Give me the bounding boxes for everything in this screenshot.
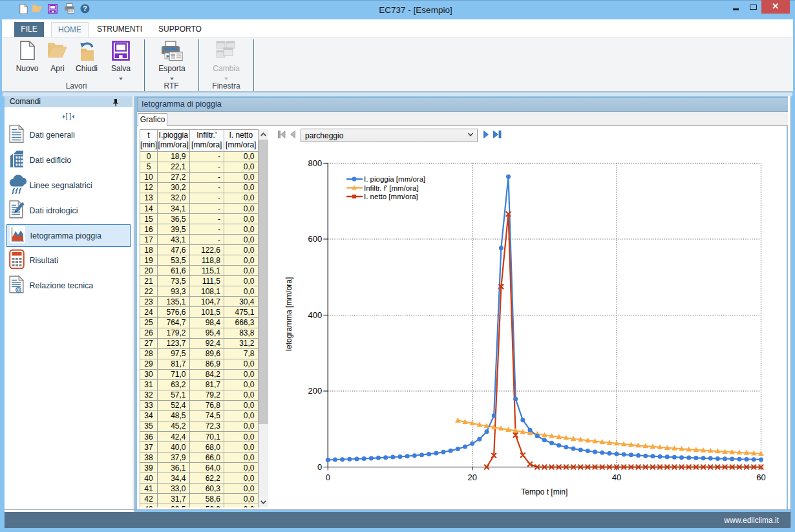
svg-text:0: 0 xyxy=(326,473,330,482)
svg-text:Infiltr. f' [mm/ora]: Infiltr. f' [mm/ora] xyxy=(364,184,419,192)
svg-text:60: 60 xyxy=(756,473,765,482)
svg-text:Ietogramma [mm/ora]: Ietogramma [mm/ora] xyxy=(284,277,293,352)
svg-text:?: ? xyxy=(83,5,87,12)
svg-text:0: 0 xyxy=(317,462,322,472)
svg-text:I. netto [mm/ora]: I. netto [mm/ora] xyxy=(364,193,418,200)
svg-text:800: 800 xyxy=(308,158,323,168)
svg-text:200: 200 xyxy=(308,386,323,396)
svg-text:40: 40 xyxy=(612,473,621,482)
svg-text:20: 20 xyxy=(467,473,476,482)
svg-text:I. pioggia [mm/ora]: I. pioggia [mm/ora] xyxy=(364,175,425,183)
svg-text:Tempo t [min]: Tempo t [min] xyxy=(521,487,567,496)
svg-text:600: 600 xyxy=(308,234,323,244)
svg-text:400: 400 xyxy=(308,310,323,320)
